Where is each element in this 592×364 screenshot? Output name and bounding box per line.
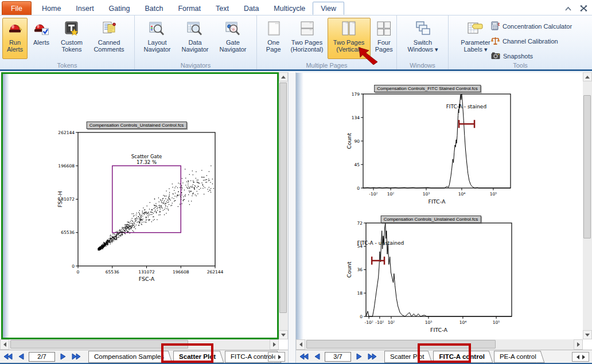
parameter-labels-button[interactable]: Parameter Labels ▾ <box>458 18 493 59</box>
page-tab-compensation-samples[interactable]: Compensation Samples <box>88 351 166 363</box>
tab-file[interactable]: File <box>2 1 32 15</box>
svg-text:-10²: -10² <box>369 191 377 197</box>
tab-scroll-right-icon[interactable] <box>278 355 281 359</box>
custom-tokens-button[interactable]: Custom Tokens <box>55 18 88 59</box>
scroll-up-button[interactable] <box>279 72 288 81</box>
ribbon-tabs: Home Insert Gating Batch Format Text Dat… <box>34 2 344 15</box>
two-pages-vertical-icon <box>339 18 359 39</box>
two-pages-horizontal-icon <box>298 18 316 39</box>
data-navigator-label-1: Data <box>188 39 201 46</box>
left-hscroll-thumb[interactable] <box>10 340 188 349</box>
layout-navigator-icon <box>148 18 166 39</box>
tab-view[interactable]: View <box>313 2 344 15</box>
right-vscroll-thumb[interactable] <box>583 95 591 238</box>
first-page-button[interactable] <box>299 353 309 361</box>
next-page-button[interactable] <box>354 353 364 361</box>
page-tab-pe-a-control[interactable]: PE-A control <box>494 351 539 363</box>
tab-data[interactable]: Data <box>236 2 266 15</box>
scroll-down-button[interactable] <box>279 330 288 339</box>
histogram-fitc-unstained[interactable]: 725436180-10²-10¹10²10³10⁴10⁵FITC-ACount… <box>343 210 522 339</box>
gate-navigator-button[interactable]: Gate Navigator <box>215 18 251 59</box>
scroll-up-button[interactable] <box>583 72 592 81</box>
page-tab-scatter-plot[interactable]: Scatter Plot <box>384 351 426 363</box>
layout-navigator-button[interactable]: Layout Navigator <box>139 18 175 59</box>
svg-text:Scatter Gate: Scatter Gate <box>131 154 162 159</box>
application-window: File Home Insert Gating Batch Format Tex… <box>0 0 592 364</box>
run-alerts-button[interactable]: Run Alerts <box>2 18 28 59</box>
last-page-button[interactable] <box>71 353 81 361</box>
svg-text:FITC-A: FITC-A <box>429 198 446 205</box>
svg-text:0: 0 <box>498 22 500 27</box>
alarm-run-icon <box>6 18 24 39</box>
next-page-button[interactable] <box>58 353 68 361</box>
layout-navigator-label-1: Layout <box>147 39 166 46</box>
first-page-button[interactable] <box>3 353 13 361</box>
page-tab-fitc-a-control[interactable]: FITC-A control <box>433 351 486 363</box>
svg-text:196608: 196608 <box>173 269 189 275</box>
scroll-down-button[interactable] <box>583 330 592 339</box>
group-label-multiple-pages: Multiple Pages <box>257 62 396 69</box>
svg-text:10³: 10³ <box>425 320 433 325</box>
svg-text:FSC-H: FSC-H <box>57 191 63 208</box>
tab-scroll-right-icon[interactable] <box>582 355 585 359</box>
histogram-unstained-title: Compensation Controls_Unstained Control.… <box>381 216 481 223</box>
custom-tokens-label-2: Tokens <box>62 46 82 53</box>
page-number-box[interactable]: 2/7 <box>29 352 55 362</box>
last-page-button[interactable] <box>367 353 377 361</box>
svg-text:262144: 262144 <box>58 130 75 135</box>
svg-text:65536: 65536 <box>61 230 75 235</box>
svg-text:Count: Count <box>346 261 352 277</box>
two-pages-vertical-button[interactable]: Two Pages (Vertical) <box>328 18 371 59</box>
tab-gating[interactable]: Gating <box>102 2 138 15</box>
ribbon-group-tools: Parameter Labels ▾ 0 Concentration Calcu… <box>449 15 592 70</box>
canned-comments-label-1: Canned <box>98 39 120 46</box>
right-vertical-scrollbar[interactable] <box>583 72 592 339</box>
canned-comments-button[interactable]: Canned Comments <box>91 18 127 59</box>
tab-text[interactable]: Text <box>208 2 236 15</box>
four-pages-label-1: Four <box>377 39 391 46</box>
svg-text:131072: 131072 <box>138 269 155 275</box>
scroll-left-button[interactable] <box>0 339 9 350</box>
channel-calibration-button[interactable]: Channel Calibration <box>491 34 572 49</box>
left-horizontal-scrollbar[interactable] <box>0 339 279 350</box>
svg-text:FSC-A: FSC-A <box>139 276 155 282</box>
four-pages-button[interactable]: Four Pages <box>372 18 396 59</box>
alerts-button[interactable]: Alerts <box>30 18 53 59</box>
left-page-edge-shading <box>3 74 9 338</box>
alerts-label-1: Alerts <box>33 39 49 46</box>
svg-text:0: 0 <box>357 186 360 191</box>
left-vertical-scrollbar[interactable] <box>279 72 288 339</box>
tab-insert[interactable]: Insert <box>68 2 101 15</box>
two-pages-horizontal-button[interactable]: Two Pages (Horizontal) <box>287 18 326 59</box>
right-horizontal-scrollbar[interactable] <box>296 339 583 350</box>
panel-splitter[interactable] <box>288 72 296 363</box>
tab-format[interactable]: Format <box>170 2 208 15</box>
svg-text:FITC-A: FITC-A <box>430 327 447 333</box>
scroll-right-button[interactable] <box>270 339 279 350</box>
svg-text:72: 72 <box>357 221 363 226</box>
svg-text:10⁵: 10⁵ <box>490 191 497 197</box>
left-vscroll-thumb[interactable] <box>279 83 287 313</box>
previous-page-button[interactable] <box>16 353 26 361</box>
collapse-ribbon-icon[interactable] <box>564 3 572 14</box>
tab-batch[interactable]: Batch <box>137 2 170 15</box>
scroll-left-button[interactable] <box>296 339 305 350</box>
page-tab-scatter-plot[interactable]: Scatter Plot <box>173 351 218 363</box>
previous-page-button[interactable] <box>312 353 322 361</box>
tab-home[interactable]: Home <box>34 2 68 15</box>
tab-scroll-left-icon[interactable] <box>577 355 579 359</box>
run-alerts-label-1: Run <box>9 39 21 46</box>
tab-scroll-buttons[interactable] <box>572 352 589 362</box>
right-hscroll-thumb[interactable] <box>306 340 496 349</box>
data-navigator-button[interactable]: Data Navigator <box>177 18 213 59</box>
scatter-plot-fsc[interactable]: 0655361310721966082621442621441966081310… <box>49 118 227 289</box>
histogram-fitc-stained[interactable]: 17913490450-10²10²10³10⁴10⁵FITC-ACountFI… <box>343 82 522 211</box>
switch-windows-button[interactable]: Switch Windows ▾ <box>405 18 441 59</box>
close-icon[interactable] <box>580 3 587 14</box>
scroll-right-button[interactable] <box>574 339 583 350</box>
concentration-calculator-button[interactable]: 0 Concentration Calculator <box>491 19 572 34</box>
page-number-box[interactable]: 3/7 <box>325 352 351 362</box>
svg-text:0: 0 <box>77 269 80 275</box>
tab-multicycle[interactable]: Multicycle <box>266 2 313 15</box>
one-page-button[interactable]: One Page <box>260 18 286 59</box>
